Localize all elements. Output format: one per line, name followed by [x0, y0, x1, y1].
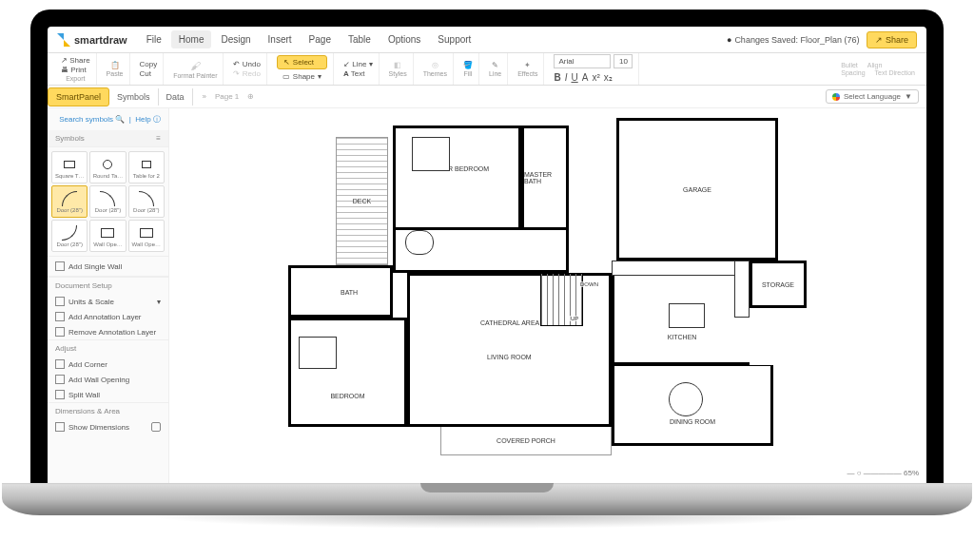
- symbol-round-table[interactable]: Round Ta…: [89, 151, 126, 183]
- ribbon-themes[interactable]: ◎Themes: [418, 53, 454, 85]
- redo-button[interactable]: ↷ Redo: [233, 69, 260, 78]
- menu-support[interactable]: Support: [430, 30, 478, 48]
- page-indicator: » Page 1 ⊕: [203, 92, 255, 101]
- drawing-canvas[interactable]: DECK MASTER BEDROOM MASTER BATH GARAGE S…: [169, 108, 926, 483]
- ribbon-font: Arial 10 B I U A x² x₂: [548, 53, 639, 85]
- ribbon-fill[interactable]: 🪣Fill: [458, 53, 479, 85]
- share-button[interactable]: ↗ Share: [867, 31, 917, 48]
- menu-design[interactable]: Design: [213, 30, 258, 48]
- export-share[interactable]: ↗ Share: [61, 56, 90, 65]
- underline-button[interactable]: U: [571, 72, 577, 83]
- ribbon-export-group: ↗ Share 🖶 Print Export: [55, 53, 97, 85]
- shape-tool[interactable]: ▭ Shape ▾: [277, 70, 327, 83]
- brand-logo[interactable]: smartdraw: [57, 33, 127, 47]
- symbol-door-3[interactable]: Door (28"): [128, 185, 165, 218]
- ribbon-styles[interactable]: ◧Styles: [383, 53, 414, 85]
- workspace: Search symbols 🔍 | Help ⓘ Symbols≡ Squar…: [48, 108, 926, 483]
- logo-icon: [57, 33, 70, 47]
- tab-data[interactable]: Data: [159, 88, 193, 106]
- ribbon-toolbar: ↗ Share 🖶 Print Export 📋 Paste CopyCut 🖌…: [48, 53, 926, 86]
- ribbon-select-shape: ↖ Select ▭ Shape ▾: [271, 53, 334, 85]
- add-annotation[interactable]: Add Annotation Layer: [48, 309, 168, 324]
- room-garage[interactable]: GARAGE: [616, 118, 778, 261]
- room-bedroom[interactable]: BEDROOM: [288, 318, 407, 427]
- symbols-grid: Square T… Round Ta… Table for 2 Door (28…: [48, 147, 168, 256]
- symbol-door-4[interactable]: Door (28"): [51, 220, 88, 252]
- symbols-menu-icon[interactable]: ≡: [156, 134, 161, 143]
- font-size[interactable]: 10: [614, 54, 633, 68]
- doc-setup-head: Document Setup: [48, 277, 168, 294]
- remove-annotation[interactable]: Remove Annotation Layer: [48, 324, 168, 339]
- menu-page[interactable]: Page: [302, 30, 339, 48]
- line-tool[interactable]: ↙ Line ▾: [343, 60, 373, 68]
- kitchen-island[interactable]: [669, 303, 705, 328]
- floor-plan[interactable]: DECK MASTER BEDROOM MASTER BATH GARAGE S…: [236, 118, 845, 479]
- zoom-level[interactable]: — ○ ————— 65%: [847, 469, 919, 477]
- symbol-wallopen-2[interactable]: Wall Ope…: [128, 220, 165, 252]
- room-deck[interactable]: DECK: [336, 137, 388, 265]
- sidebar: Search symbols 🔍 | Help ⓘ Symbols≡ Squar…: [48, 108, 169, 483]
- font-color[interactable]: A: [582, 72, 589, 83]
- symbol-door-2[interactable]: Door (28"): [89, 185, 126, 218]
- tab-symbols[interactable]: Symbols: [109, 88, 159, 106]
- room-storage[interactable]: STORAGE: [750, 261, 807, 308]
- room-master-bath[interactable]: MASTER BATH: [521, 126, 569, 230]
- sidebar-links: Search symbols 🔍 | Help ⓘ: [48, 108, 168, 130]
- ribbon-line-style[interactable]: ✎Line: [483, 53, 508, 85]
- italic-button[interactable]: I: [565, 72, 568, 83]
- show-dimensions[interactable]: Show Dimensions: [48, 419, 168, 434]
- ribbon-copy-cut: CopyCut: [134, 53, 165, 85]
- dims-head: Dimensions & Area: [48, 402, 168, 419]
- ribbon-undo-redo: ↶ Undo ↷ Redo: [227, 53, 266, 85]
- tab-smartpanel[interactable]: SmartPanel: [48, 87, 109, 106]
- font-name[interactable]: Arial: [554, 54, 611, 68]
- kitchen-counter-top[interactable]: [612, 261, 750, 276]
- ribbon-format-painter[interactable]: 🖌 Format Painter: [167, 53, 224, 85]
- google-icon: [832, 93, 840, 101]
- kitchen-counter-right[interactable]: [734, 261, 750, 318]
- add-single-wall[interactable]: Add Single Wall: [48, 256, 168, 277]
- bold-button[interactable]: B: [554, 72, 560, 83]
- menu-insert[interactable]: Insert: [261, 30, 300, 48]
- save-status: Changes Saved: Floor_Plan (76): [727, 35, 860, 45]
- language-selector[interactable]: Select Language ▼: [826, 89, 919, 104]
- select-tool[interactable]: ↖ Select: [277, 55, 327, 69]
- add-wall-opening[interactable]: Add Wall Opening: [48, 372, 168, 387]
- split-wall[interactable]: Split Wall: [48, 387, 168, 402]
- bedroom-bed[interactable]: [299, 337, 337, 369]
- menu-table[interactable]: Table: [341, 30, 379, 48]
- paste-button[interactable]: 📋: [110, 61, 120, 69]
- symbol-table2[interactable]: Table for 2: [128, 151, 165, 183]
- panel-tabs: SmartPanel Symbols Data » Page 1 ⊕ Selec…: [48, 86, 926, 108]
- main-menu: File Home Design Insert Page Table Optio…: [139, 30, 479, 48]
- units-scale[interactable]: Units & Scale▾: [48, 294, 168, 309]
- menu-file[interactable]: File: [139, 30, 169, 48]
- ribbon-line-text: ↙ Line ▾ A Text: [338, 53, 380, 85]
- search-symbols-link[interactable]: Search symbols 🔍: [59, 115, 125, 124]
- brand-name: smartdraw: [74, 34, 127, 46]
- dining-table[interactable]: [669, 382, 703, 416]
- adjust-head: Adjust: [48, 339, 168, 357]
- symbol-door-sel[interactable]: Door (28"): [51, 185, 88, 218]
- menu-home[interactable]: Home: [171, 30, 212, 48]
- text-tool[interactable]: A Text: [343, 69, 373, 78]
- symbol-wallopen-1[interactable]: Wall Ope…: [89, 220, 126, 252]
- ribbon-effects[interactable]: ✦Effects: [512, 53, 544, 85]
- master-bed-furniture[interactable]: [412, 137, 450, 171]
- undo-button[interactable]: ↶ Undo: [233, 60, 260, 68]
- menu-options[interactable]: Options: [380, 30, 428, 48]
- ribbon-paragraph: BulletAlign SpacingText Direction: [841, 62, 919, 76]
- symbols-header: Symbols≡: [48, 130, 168, 147]
- help-link[interactable]: Help ⓘ: [135, 115, 161, 124]
- subscript[interactable]: x₂: [604, 72, 613, 83]
- superscript[interactable]: x²: [592, 72, 599, 83]
- symbol-square-table[interactable]: Square T…: [51, 151, 88, 183]
- ribbon-clipboard: 📋 Paste: [101, 53, 130, 85]
- room-porch[interactable]: COVERED PORCH: [440, 427, 612, 455]
- app-window: smartdraw File Home Design Insert Page T…: [48, 27, 926, 483]
- tub[interactable]: [405, 230, 434, 255]
- export-print[interactable]: 🖶 Print: [61, 66, 90, 74]
- add-corner[interactable]: Add Corner: [48, 357, 168, 372]
- topbar: smartdraw File Home Design Insert Page T…: [48, 27, 926, 53]
